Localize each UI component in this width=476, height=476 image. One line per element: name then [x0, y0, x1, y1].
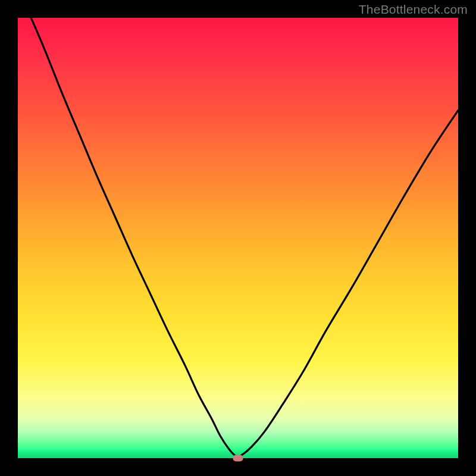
- plot-area: [18, 18, 458, 458]
- optimal-point-marker: [233, 455, 243, 462]
- watermark-text: TheBottleneck.com: [359, 2, 468, 17]
- chart-frame: TheBottleneck.com: [0, 0, 476, 476]
- curve-layer: [18, 18, 458, 458]
- bottleneck-curve-path: [31, 18, 458, 457]
